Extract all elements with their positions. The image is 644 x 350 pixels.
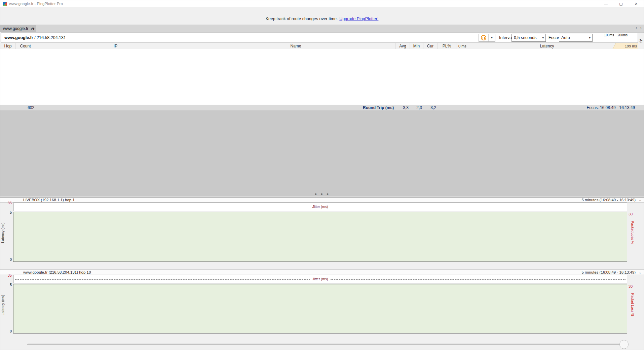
tab-bar: www.google.fr ✔ + ‹ › — [0, 25, 644, 32]
graph1-range-select[interactable]: 5 minutes (16:08:49 - 16:13:49) — [582, 198, 636, 202]
focus-range-text: Focus: 16:08:49 - 16:13:49 — [456, 105, 638, 111]
latency-column-chart — [456, 49, 638, 105]
splitter-handle[interactable]: ● ● ● — [0, 192, 644, 196]
target-address: www.google.fr / 216.58.204.131 — [4, 35, 66, 40]
pause-button[interactable] — [479, 34, 489, 41]
graph2-title: www.google.fr (216.58.204.131) hop 10 — [23, 270, 91, 274]
round-trip-label: Round Trip (ms) — [196, 105, 396, 111]
round-trip-count: 602 — [16, 105, 35, 111]
graph2-jitter-label: Jitter (ms) — [310, 277, 330, 281]
latency-scale-199ms: 199 ms — [625, 44, 637, 48]
window-title: www.google.fr - PingPlotter Pro — [9, 2, 63, 6]
graph2-range-select[interactable]: 5 minutes (16:08:49 - 16:13:49) — [582, 270, 636, 274]
header-cur[interactable]: Cur — [423, 43, 438, 49]
time-scrollbar-track[interactable] — [27, 344, 621, 345]
graph1-packetloss-label: Packet Loss % — [630, 221, 635, 244]
graph1-jitter-strip: Jitter (ms) — [13, 203, 627, 211]
round-trip-cur: 3,2 — [423, 105, 438, 111]
graph1-yaxis-label: Latency (ms) — [1, 222, 5, 243]
graph1-jitter-max: 35 — [3, 201, 12, 205]
app-icon — [3, 2, 7, 6]
tab-label: www.google.fr — [3, 26, 28, 31]
interval-select[interactable]: 0,5 seconds ▾ — [512, 34, 546, 42]
graph1-jitter-label: Jitter (ms) — [310, 205, 330, 209]
header-avg[interactable]: Avg — [396, 43, 410, 49]
header-ip[interactable]: IP — [35, 43, 196, 49]
focus-select[interactable]: Auto ▾ — [559, 34, 593, 42]
header-name[interactable]: Name — [196, 43, 396, 49]
pause-dropdown-icon[interactable]: ▾ — [489, 34, 495, 41]
banner-text: Keep track of route changes over time. — [266, 16, 338, 21]
workspace-empty-area: ● ● ● — [0, 110, 644, 197]
latency-header-label: Latency — [456, 44, 638, 48]
chevron-down-icon: ▾ — [589, 36, 591, 39]
graph2-plot[interactable] — [13, 284, 627, 334]
graph2-ymin: 0 — [3, 329, 12, 333]
header-count[interactable]: Count — [16, 43, 35, 49]
graph1-packetloss-max: 30 — [629, 212, 633, 216]
title-bar: www.google.fr - PingPlotter Pro — ▢ ✕ — [0, 0, 644, 7]
interval-label: Interval — [499, 35, 513, 40]
graph2-yaxis-label: Latency (ms) — [1, 295, 5, 315]
chevron-down-icon[interactable]: ⌄ — [639, 198, 642, 202]
maximize-button[interactable]: ▢ — [613, 0, 629, 7]
scale-100ms-label: 100ms — [604, 33, 614, 37]
bottom-bar — [0, 339, 644, 350]
graph2-jitter-strip: Jitter (ms) — [13, 275, 627, 283]
round-trip-avg: 3,3 — [396, 105, 410, 111]
table-header: Hop Count IP Name Avg Min Cur PL% 0 ms L… — [0, 43, 644, 49]
scale-200ms-label: 200ms — [617, 33, 628, 37]
header-latency[interactable]: 0 ms Latency 199 ms — [456, 43, 638, 49]
header-hop[interactable]: Hop — [0, 43, 16, 49]
target-bar: www.google.fr / 216.58.204.131 ▾ Interva… — [1, 32, 644, 43]
pause-icon — [481, 35, 486, 40]
graph1-title: LIVEBOX (192.168.1.1) hop 1 — [23, 198, 75, 202]
pingplotter-window: www.google.fr - PingPlotter Pro — ▢ ✕ Ke… — [0, 0, 644, 350]
tab-scroll-left-icon[interactable]: ‹ — [636, 26, 637, 30]
upgrade-link[interactable]: Upgrade PingPlotter! — [339, 16, 378, 21]
graph1-header: LIVEBOX (192.168.1.1) hop 1 5 minutes (1… — [0, 197, 644, 203]
graph2-jitter-max: 35 — [3, 273, 12, 277]
target-host: www.google.fr — [4, 35, 33, 40]
new-tab-button[interactable]: + — [30, 25, 37, 32]
round-trip-min: 2,3 — [410, 105, 423, 111]
latency-scale-0ms: 0 ms — [458, 44, 466, 48]
tab-scroll-right-icon[interactable]: › — [640, 26, 642, 30]
time-scrollbar-thumb[interactable] — [619, 340, 629, 349]
latency-scale-legend: 100ms 200ms — [596, 33, 636, 41]
round-trip-row: 602 Round Trip (ms) 3,3 2,3 3,2 Focus: 1… — [0, 105, 644, 110]
latency-scale-bar — [596, 38, 636, 40]
menu-bar — [0, 7, 644, 13]
graph1-plot[interactable] — [13, 212, 627, 262]
focus-label: Focus — [548, 35, 560, 40]
header-pl[interactable]: PL% — [438, 43, 456, 49]
target-ip: 216.58.204.131 — [37, 35, 66, 40]
graph1-ymax: 5 — [3, 210, 12, 214]
minimize-button[interactable]: — — [598, 0, 613, 7]
graph2-packetloss-max: 30 — [629, 284, 633, 288]
header-min[interactable]: Min — [410, 43, 423, 49]
graph1-time-axis — [0, 262, 644, 267]
upgrade-banner: Keep track of route changes over time. U… — [0, 13, 644, 25]
chevron-down-icon[interactable]: ⌄ — [639, 270, 642, 275]
graph2-packetloss-label: Packet Loss % — [630, 293, 635, 316]
graph1-ymin: 0 — [3, 257, 12, 261]
graph2-ymax: 5 — [3, 283, 12, 287]
chevron-down-icon: ▾ — [542, 36, 544, 39]
graph2-header: www.google.fr (216.58.204.131) hop 10 5 … — [0, 270, 644, 275]
graph2-time-axis — [0, 334, 644, 339]
close-button[interactable]: ✕ — [629, 0, 644, 7]
